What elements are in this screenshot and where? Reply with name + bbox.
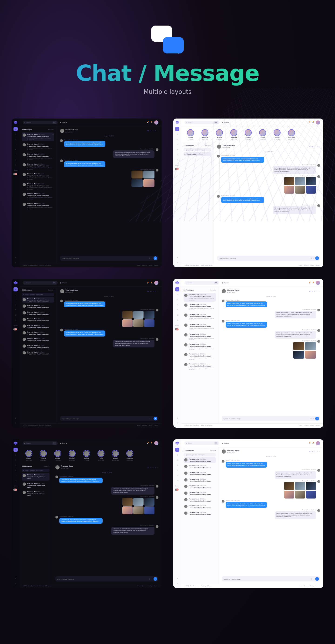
- story-item[interactable]: Victoria3 min ago: [38, 450, 49, 461]
- list-item[interactable]: Theresa Rose04:32amI hope I can finish F…: [22, 482, 50, 489]
- list-item[interactable]: Theresa Rose04:32amI hope I can finish F…: [22, 132, 54, 142]
- search-input[interactable]: ⌕Search⌘K: [184, 281, 219, 285]
- avatar[interactable]: [60, 129, 64, 133]
- more-icon[interactable]: ⋯: [157, 290, 158, 292]
- composer[interactable]: ☺＋➤: [217, 256, 320, 261]
- app-logo-icon[interactable]: [175, 121, 179, 124]
- browse-button[interactable]: ▦Browse: [222, 282, 229, 284]
- send-button[interactable]: ➤: [315, 256, 319, 260]
- send-button[interactable]: ➤: [315, 417, 319, 420]
- list-item[interactable]: Theresa Rose04:32amI hope I can finish F…: [184, 293, 216, 302]
- nav-cal-icon[interactable]: ◻: [14, 158, 18, 162]
- list-item[interactable]: Theresa Rose04:32amI hope I can finish F…: [184, 352, 216, 361]
- nav-analytics-icon[interactable]: ◫: [175, 137, 179, 141]
- composer-input[interactable]: [57, 578, 148, 580]
- list-item[interactable]: Theresa Rose04:32amI hope I can finish F…: [22, 304, 54, 309]
- composer-input[interactable]: [224, 418, 310, 420]
- story-item[interactable]: Dianne2 min ago: [185, 129, 196, 140]
- send-button[interactable]: ➤: [154, 577, 157, 581]
- search-input[interactable]: ⌕Search⌘K: [23, 281, 58, 285]
- list-item[interactable]: Theresa Rose04:32amI hope I can finish F…: [22, 350, 54, 356]
- list-item[interactable]: Theresa Rose04:32amI hope I can finish F…: [22, 324, 54, 329]
- list-item[interactable]: Theresa Rose04:32amI hope I can finish F…: [22, 344, 54, 349]
- nav-apps-icon[interactable]: ◻: [175, 132, 179, 136]
- app-logo-icon[interactable]: [14, 281, 18, 284]
- list-item[interactable]: Theresa Rose04:32amI hope I can finish F…: [184, 490, 216, 496]
- image-attachments[interactable]: [122, 498, 154, 514]
- image-attachments[interactable]: [122, 311, 154, 327]
- list-item[interactable]: Theresa Rose04:32amI hope I can finish F…: [22, 172, 54, 181]
- story-item[interactable]: Dianne2 min ago: [23, 450, 35, 461]
- browse-button[interactable]: ▦Browse: [60, 122, 67, 124]
- list-item[interactable]: Theresa Rose04:32amI hope I can finish F…: [184, 332, 216, 342]
- nav-mail-icon[interactable]: ✉: [14, 147, 18, 152]
- nav-home-icon[interactable]: ▦: [14, 127, 18, 131]
- sort-recent[interactable]: Recent ▾: [48, 129, 54, 130]
- emoji-icon[interactable]: ☺: [149, 418, 150, 420]
- browse-button[interactable]: ▦Browse: [60, 282, 67, 284]
- avatar[interactable]: [154, 120, 158, 124]
- theme-toggle-icon[interactable]: ◐: [147, 122, 148, 124]
- list-item[interactable]: Theresa Rose04:32amI hope I can finish F…: [184, 322, 216, 332]
- attach-icon[interactable]: ＋: [151, 257, 153, 259]
- story-item[interactable]: Arlene4 min ago: [52, 450, 63, 461]
- story-item[interactable]: Shawn10 min ago: [110, 450, 121, 461]
- nav-help-icon[interactable]: ?: [175, 261, 179, 265]
- list-item[interactable]: Theresa Rose04:32amI hope I can finish F…: [22, 192, 54, 201]
- app-logo-icon[interactable]: [175, 442, 179, 445]
- composer-input[interactable]: [224, 578, 310, 580]
- list-item[interactable]: Theresa Rose04:32amI hope I can finish F…: [22, 473, 50, 480]
- list-item[interactable]: Theresa Rose04:32amI hope I can finish F…: [22, 152, 54, 161]
- list-item[interactable]: Theresa Rose04:32amI hope I can finish F…: [184, 362, 216, 371]
- nav-settings-icon[interactable]: ⚙: [14, 256, 18, 260]
- nav-chat-icon[interactable]: ◻: [14, 152, 18, 157]
- nav-analytics-icon[interactable]: ◫: [14, 137, 18, 141]
- list-item[interactable]: Theresa Rose04:32amI hope I can finish F…: [184, 458, 216, 463]
- more-icon[interactable]: ⋯: [319, 290, 320, 292]
- nav-bag-icon[interactable]: ◻: [175, 142, 179, 146]
- video-icon[interactable]: ▭: [150, 290, 151, 292]
- story-item[interactable]: Colleen7 min ago: [81, 450, 92, 461]
- story-item[interactable]: Courtney10 min ago: [124, 450, 135, 461]
- list-item[interactable]: Theresa Rose04:32amI hope I can finish F…: [22, 337, 54, 342]
- nav-home-icon[interactable]: ▦: [14, 287, 18, 292]
- mini-search-input[interactable]: ⌕people, groups, messages: [22, 469, 50, 472]
- emoji-icon[interactable]: ☺: [149, 257, 150, 259]
- send-button[interactable]: ➤: [154, 256, 157, 260]
- composer-input[interactable]: [62, 418, 148, 420]
- list-item[interactable]: Theresa Rose04:32amI hope I can finish F…: [184, 342, 216, 352]
- send-button[interactable]: ➤: [154, 417, 157, 420]
- phone-icon[interactable]: ☏: [309, 290, 311, 292]
- video-icon[interactable]: ▭: [312, 290, 313, 292]
- avatar[interactable]: [154, 281, 158, 285]
- phone-icon[interactable]: ☏: [147, 130, 149, 132]
- theme-toggle-icon[interactable]: ◐: [309, 122, 310, 124]
- nav-settings-icon[interactable]: ⚙: [14, 416, 18, 420]
- composer-input[interactable]: [62, 258, 148, 259]
- bell-icon[interactable]: ⤤: [155, 130, 156, 132]
- search-icon[interactable]: ⌕: [153, 130, 154, 132]
- composer[interactable]: ☺＋➤: [60, 256, 158, 261]
- nav-chat-icon[interactable]: ◻: [175, 152, 179, 157]
- nav-settings-icon[interactable]: ⚙: [175, 256, 179, 260]
- bell-icon[interactable]: ◔: [151, 122, 152, 124]
- sellers-stack[interactable]: [14, 173, 17, 175]
- list-item[interactable]: Theresa Rose04:32amI hope I can finish F…: [22, 317, 54, 323]
- list-item[interactable]: Theresa Rose04:32amI hope I can finish F…: [184, 477, 216, 483]
- list-item[interactable]: Theresa Rose04:32amI hope I can finish F…: [184, 510, 216, 516]
- video-icon[interactable]: ▭: [150, 130, 151, 132]
- image-attachments[interactable]: [284, 482, 316, 498]
- composer-input[interactable]: [219, 258, 310, 259]
- app-logo-icon[interactable]: [175, 281, 179, 284]
- bell-icon[interactable]: ⤤: [316, 290, 317, 292]
- nav-apps-icon[interactable]: ◻: [14, 132, 18, 136]
- mini-search-input[interactable]: ⌕people, groups, messages: [22, 293, 54, 296]
- composer[interactable]: ☺＋➤: [60, 416, 158, 421]
- image-attachments[interactable]: [293, 342, 316, 358]
- list-item[interactable]: Theresa Rose04:32amI hope I can finish F…: [184, 312, 216, 322]
- search-icon[interactable]: ⌕: [314, 290, 315, 292]
- attach-icon[interactable]: ＋: [313, 257, 314, 259]
- app-logo-icon[interactable]: [14, 121, 18, 124]
- composer[interactable]: ☺＋➤: [222, 416, 320, 421]
- list-item[interactable]: Theresa Rose04:32amI hope I can finish F…: [184, 497, 216, 503]
